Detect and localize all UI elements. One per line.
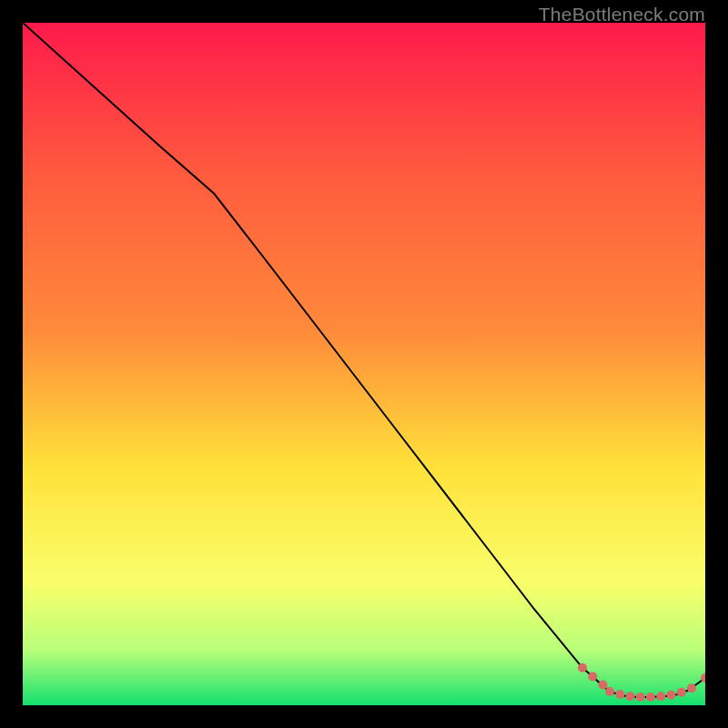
data-marker: [599, 681, 608, 690]
data-marker: [626, 692, 635, 701]
data-marker: [687, 683, 696, 693]
data-marker: [588, 672, 597, 682]
data-marker: [646, 693, 655, 702]
data-marker: [615, 690, 624, 699]
data-marker: [578, 663, 587, 672]
data-marker: [605, 687, 614, 696]
data-marker: [656, 692, 665, 701]
data-marker: [636, 693, 645, 702]
gradient-background: [23, 23, 705, 705]
plot-area: [23, 23, 705, 705]
chart-svg: [23, 23, 705, 705]
data-marker: [677, 688, 686, 697]
data-marker: [667, 691, 676, 700]
chart-stage: TheBottleneck.com: [0, 0, 728, 728]
